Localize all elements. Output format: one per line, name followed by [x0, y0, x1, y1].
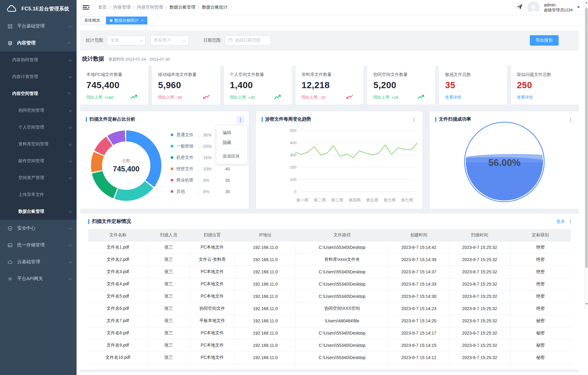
card-more-icon[interactable]: [410, 116, 418, 124]
scope-select[interactable]: 全部: [107, 36, 145, 45]
breadcrumb-item[interactable]: 首页 /: [98, 5, 111, 10]
close-tab-icon[interactable]: ×: [141, 18, 143, 23]
breadcrumb-item[interactable]: 内容空间管理 /: [137, 5, 167, 10]
stat-card-mobile: 移动端本地文件数量 5,960 同比上周 -50: [152, 66, 220, 104]
tab-system-overview[interactable]: 系统概览: [80, 17, 104, 24]
chevron-down-icon: [183, 38, 186, 42]
donut-chart-card: 扫描文件定标占比分析 总数 745,400 普通文件: [80, 111, 249, 209]
scrollbar-thumb[interactable]: [585, 8, 588, 268]
card-more-icon[interactable]: [567, 116, 575, 124]
donut-chart-title: 扫描文件定标占比分析: [89, 116, 135, 122]
chevron-down-icon: [69, 243, 72, 246]
chevron-down-icon: [69, 58, 72, 61]
card-context-menu: 编辑 隐藏 添加区块: [216, 125, 247, 164]
sidebar-item-security-center[interactable]: 安全中心: [0, 220, 77, 237]
table-row: 文件名8.pdf 张三 PC本地文件 192.168.11.0 C:\Users…: [88, 327, 571, 339]
scan-table-card: 扫描文件定标情况 更多 文件名称扫描人员扫描位置IP地址文件路径创建时间扫描时间…: [80, 214, 579, 369]
user-menu-caret-icon[interactable]: [577, 6, 580, 8]
grid-icon: [7, 24, 13, 29]
sidebar-item-personal-space[interactable]: 个人空间管理: [0, 119, 77, 136]
sidebar-item-library-space[interactable]: 资料库空间管理: [0, 136, 77, 152]
breadcrumb-item[interactable]: 数据台账统计 /: [202, 5, 228, 10]
svg-text:第三周: 第三周: [331, 198, 343, 202]
view-details-link[interactable]: 查看详情: [517, 95, 533, 100]
scroll-up-icon[interactable]: [585, 2, 588, 3]
svg-text:第五周: 第五周: [366, 198, 378, 202]
cell-ip: 192.168.11.0: [235, 266, 296, 278]
sidebar-item-mail-space[interactable]: 邮件空间管理: [0, 152, 77, 169]
cell-file-name: 文件名4.pdf: [88, 278, 148, 290]
sidebar-item-api-gateway[interactable]: 平台API网关: [0, 270, 77, 287]
sidebar-item-content-compute[interactable]: 内容计算管理: [0, 68, 77, 85]
chevron-down-icon: [69, 74, 72, 78]
menu-item-hide[interactable]: 隐藏: [217, 138, 247, 148]
view-details-link[interactable]: 查看详情: [445, 95, 461, 100]
breadcrumb-item[interactable]: 数据台账管理 /: [170, 5, 199, 10]
card-more-icon[interactable]: [236, 116, 244, 124]
cell-file-name: 文件名3.pdf: [88, 266, 148, 278]
cell-created: 2023-8-7 15:14:33: [388, 278, 449, 290]
trend-up-icon: [417, 95, 425, 100]
line-chart-card: 涉密文件每周变化趋势 5004003002001000第一周第二周第三周第四周第…: [256, 111, 422, 209]
sidebar-item-space-assets[interactable]: 空间资产管理: [0, 169, 77, 186]
breadcrumb-item[interactable]: 内容管理 /: [113, 5, 134, 10]
send-icon[interactable]: [516, 3, 523, 11]
scroll-down-icon[interactable]: [585, 303, 588, 305]
cell-scanned: 2023-8-7 15:25:32: [449, 339, 510, 351]
sidebar-item-content-space[interactable]: 内容空间管理: [0, 85, 77, 102]
cell-path: C:\Users\55340\Desktop: [296, 278, 389, 290]
menu-item-edit[interactable]: 编辑: [217, 128, 247, 138]
sidebar-item-unified-storage[interactable]: 统一存储管理: [0, 237, 77, 253]
user-select[interactable]: 所有用户: [150, 36, 189, 45]
chevron-up-icon: [68, 42, 71, 45]
sidebar-item-content-mgmt[interactable]: 内容管理: [0, 35, 77, 51]
table-more-icon[interactable]: [570, 219, 571, 223]
chevron-down-icon: [69, 108, 72, 111]
sidebar-collapse-icon[interactable]: [83, 5, 89, 10]
cell-level: 秘密: [510, 339, 571, 351]
cell-scanner: 张三: [148, 339, 190, 351]
legend-dot-icon: [171, 133, 173, 136]
breadcrumb-separator: /: [198, 5, 199, 10]
tab-data-ledger-stats[interactable]: 数据台账统计 ×: [106, 17, 147, 24]
cell-file-name: 文件名9.pdf: [88, 339, 148, 351]
charts-row: 扫描文件定标占比分析 总数 745,400 普通文件: [80, 111, 579, 209]
cell-scanner: 张三: [148, 278, 190, 290]
cloud-logo-icon: [7, 5, 18, 13]
table-row: 文件名7.pdf 张三 平板本地文件 192.168.11.0 \Users\4…: [88, 315, 571, 327]
sidebar-item-platform-base[interactable]: 平台基础管理: [0, 18, 77, 35]
stat-card-sensitive: 敏感文件总数 35 查看详情: [439, 66, 507, 104]
sidebar-item-upload-exception[interactable]: 上传异常文件: [0, 186, 77, 203]
stat-card-library: 资料库文件数量 12,218 同比上周 -20: [296, 66, 364, 104]
legend-item: 其他 9% 35: [171, 186, 237, 197]
cell-path: C:\Users\55340\Desktop: [296, 339, 389, 351]
cell-location: 协同空间文件: [190, 302, 235, 315]
sidebar-item-data-ledger[interactable]: 数据台账管理: [0, 203, 77, 220]
svg-text:200: 200: [290, 165, 296, 170]
export-report-button[interactable]: 导出报告: [530, 35, 559, 46]
sidebar-item-content-collab[interactable]: 内容协同管理: [0, 51, 77, 68]
page-scrollbar[interactable]: [584, 0, 588, 309]
avatar[interactable]: [527, 1, 540, 13]
calendar-icon: [228, 38, 232, 43]
chevron-down-icon: [69, 226, 72, 229]
cell-location: PC本地文件: [190, 327, 235, 339]
date-range-label: 日期范围:: [203, 38, 222, 43]
sidebar-item-cloud-base[interactable]: 云基础管理: [0, 253, 77, 270]
table-header-cell: 扫描人员: [148, 229, 190, 241]
cloud-icon: [7, 259, 13, 265]
cell-created: 2023-8-7 15:14:12: [388, 351, 449, 364]
cell-path: \Users\480484\file: [296, 315, 389, 327]
table-row: 文件名4.pdf 张三 PC本地文件 192.168.11.0 C:\Users…: [88, 278, 571, 290]
user-info[interactable]: admin 超级管理员1234: [544, 2, 573, 13]
date-range-input[interactable]: 选择日期范围: [225, 36, 271, 45]
cell-created: 2023-8-7 15:14:37: [388, 266, 449, 278]
sidebar-item-collab-space[interactable]: 协同空间管理: [0, 102, 77, 119]
trend-up-icon: [274, 95, 281, 100]
menu-item-add-block[interactable]: 添加区块: [217, 152, 247, 161]
stat-card-collab-space: 协同空间文件数量 5,200 同比上周 +16: [367, 66, 435, 104]
stats-section-header: 统计数据 更新时间 2023-07-24 - 2023-07-30: [82, 55, 579, 62]
cell-location: PC本地文件: [190, 351, 235, 364]
more-link[interactable]: 更多: [556, 219, 565, 224]
svg-text:第一周: 第一周: [296, 198, 308, 202]
